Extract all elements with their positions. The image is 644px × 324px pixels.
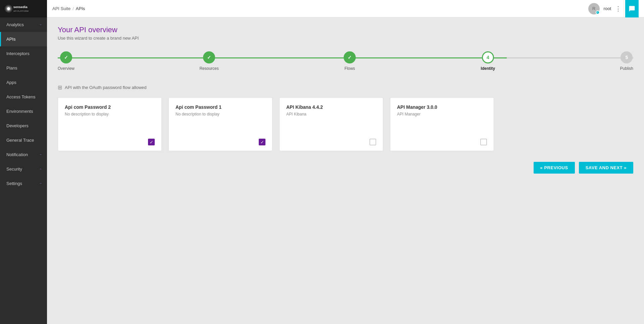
sidebar-arrow-icon: − (40, 23, 42, 27)
step-label-identity: Identity (481, 66, 495, 71)
api-card-card1[interactable]: Api com Password 2 No description to dis… (58, 97, 162, 151)
breadcrumb-separator: / (72, 6, 74, 11)
sidebar-item-notification[interactable]: Notification− (0, 147, 47, 162)
avatar-initials: R (592, 6, 595, 11)
sidebar-item-settings[interactable]: Settings− (0, 176, 47, 191)
wizard-step-identity[interactable]: 4 Identity (481, 51, 495, 71)
grid-icon: ⊞ (58, 84, 62, 91)
sidebar-item-label: Notification (6, 152, 28, 157)
main-wrapper: API Suite / APIs R ✓ root ⋮ Your API ove… (47, 0, 644, 324)
svg-text:sensedia: sensedia (13, 5, 28, 9)
sidebar-item-security[interactable]: Security− (0, 162, 47, 176)
api-card-footer: ✓ (65, 139, 155, 145)
cards-grid: Api com Password 2 No description to dis… (58, 97, 633, 151)
sidebar-item-label: Environments (6, 109, 33, 114)
wizard-step-overview[interactable]: ✓ Overview (58, 51, 75, 71)
sidebar-item-interceptors[interactable]: Interceptors (0, 46, 47, 61)
user-name: root (604, 6, 611, 11)
step-label-publish: Publish (620, 66, 633, 71)
api-card-footer (286, 139, 376, 145)
sidebar-item-label: Plans (6, 65, 17, 71)
sidebar-item-label: Apps (6, 80, 16, 85)
api-card-title: Api com Password 2 (65, 104, 155, 110)
step-label-overview: Overview (58, 66, 75, 71)
api-card-card4[interactable]: API Manager 3.0.0 API Manager (390, 97, 494, 151)
sidebar-item-environments[interactable]: Environments (0, 104, 47, 119)
previous-button[interactable]: « PREVIOUS (534, 162, 575, 174)
sidebar-item-label: General Trace (6, 138, 34, 143)
api-card-desc: API Manager (397, 112, 487, 117)
sidebar-item-apps[interactable]: Apps (0, 75, 47, 90)
api-card-title: API Kibana 4.4.2 (286, 104, 376, 110)
online-badge: ✓ (596, 10, 600, 14)
action-bar: « PREVIOUS SAVE AND NEXT » (58, 162, 633, 174)
oauth-label-text: API with the OAuth password flow allowed (65, 85, 147, 90)
step-label-flows: Flows (344, 66, 355, 71)
api-card-checkbox[interactable]: ✓ (148, 139, 155, 145)
sidebar-item-plans[interactable]: Plans (0, 61, 47, 75)
sidebar-item-label: Developers (6, 123, 29, 128)
brand-logo: sensedia API PLATFORM (0, 0, 47, 17)
step-circle-publish: 5 (621, 51, 633, 63)
api-card-checkbox[interactable] (369, 139, 376, 145)
wizard-steps: ✓ Overview ✓ Resources ✓ Flows 4 Identit… (58, 51, 633, 71)
svg-text:API PLATFORM: API PLATFORM (13, 10, 29, 12)
sidebar-item-label: APIs (6, 37, 15, 42)
sidebar-item-label: Access Tokens (6, 94, 35, 99)
step-circle-overview: ✓ (60, 51, 72, 63)
breadcrumb: API Suite / APIs (52, 6, 586, 11)
avatar: R ✓ (588, 3, 600, 14)
api-card-desc: API Kibana (286, 112, 376, 117)
sidebar-item-label: Analytics (6, 22, 24, 27)
wizard-step-flows[interactable]: ✓ Flows (344, 51, 356, 71)
wizard: ✓ Overview ✓ Resources ✓ Flows 4 Identit… (58, 51, 633, 71)
sidebar-item-access-tokens[interactable]: Access Tokens (0, 90, 47, 104)
breadcrumb-parent[interactable]: API Suite (52, 6, 70, 11)
api-card-desc: No description to display (176, 112, 265, 117)
header: API Suite / APIs R ✓ root ⋮ (47, 0, 644, 17)
sidebar-item-apis[interactable]: APIs (0, 32, 47, 46)
main-content: Your API overview Use this wizard to cre… (47, 17, 644, 324)
sidebar-item-label: Interceptors (6, 51, 30, 56)
sidebar-arrow-icon: − (40, 153, 42, 156)
api-card-desc: No description to display (65, 112, 155, 117)
oauth-label: ⊞ API with the OAuth password flow allow… (58, 84, 633, 91)
api-card-title: API Manager 3.0.0 (397, 104, 487, 110)
api-card-footer (397, 139, 487, 145)
wizard-step-resources[interactable]: ✓ Resources (199, 51, 218, 71)
breadcrumb-current: APIs (76, 6, 85, 11)
header-actions: R ✓ root ⋮ (588, 0, 639, 17)
save-next-button[interactable]: SAVE AND NEXT » (579, 162, 633, 174)
step-circle-flows: ✓ (344, 51, 356, 63)
svg-point-2 (7, 7, 10, 10)
step-circle-identity: 4 (482, 51, 494, 63)
api-card-card2[interactable]: Api com Password 1 No description to dis… (168, 97, 273, 151)
page-subtitle: Use this wizard to create a brand new AP… (58, 36, 633, 41)
chat-icon[interactable] (625, 0, 639, 17)
wizard-step-publish[interactable]: 5 Publish (620, 51, 633, 71)
more-options-icon[interactable]: ⋮ (615, 5, 621, 12)
page-title: Your API overview (58, 26, 633, 34)
sidebar-item-developers[interactable]: Developers (0, 119, 47, 133)
sidebar-arrow-icon: − (40, 182, 42, 185)
api-card-checkbox[interactable] (480, 139, 487, 145)
sidebar-item-general-trace[interactable]: General Trace (0, 133, 47, 147)
api-card-card3[interactable]: API Kibana 4.4.2 API Kibana (279, 97, 383, 151)
api-card-checkbox[interactable]: ✓ (259, 139, 265, 145)
step-label-resources: Resources (199, 66, 218, 71)
api-card-title: Api com Password 1 (176, 104, 265, 110)
sidebar-item-label: Security (6, 167, 22, 172)
sidebar: sensedia API PLATFORM Analytics−APIsInte… (0, 0, 47, 324)
sidebar-item-label: Settings (6, 181, 22, 186)
sidebar-arrow-icon: − (40, 167, 42, 171)
step-circle-resources: ✓ (203, 51, 215, 63)
api-card-footer: ✓ (176, 139, 265, 145)
sidebar-item-analytics[interactable]: Analytics− (0, 17, 47, 32)
